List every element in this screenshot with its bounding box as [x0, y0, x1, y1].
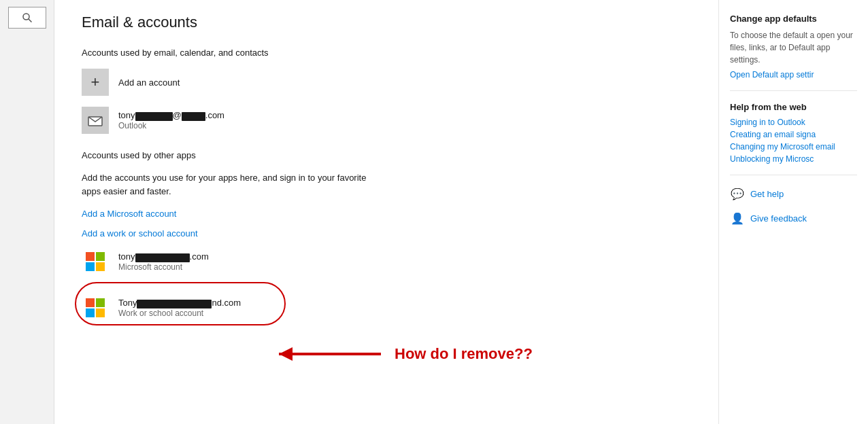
search-icon	[22, 12, 33, 23]
add-account-icon: +	[82, 69, 109, 96]
add-microsoft-account-link[interactable]: Add a Microsoft account	[82, 209, 691, 219]
open-default-app-link[interactable]: Open Default app settir	[730, 70, 857, 80]
windows-logo-icon-1	[82, 248, 109, 275]
get-help-icon: 💬	[730, 186, 745, 201]
add-account-label: Add an account	[118, 77, 180, 88]
page-title: Email & accounts	[82, 14, 691, 31]
windows-logo-icon-2	[82, 294, 109, 321]
work-account-name: Tonynd.com	[118, 298, 241, 308]
other-apps-description: Add the accounts you use for your apps h…	[82, 171, 381, 198]
right-divider-2	[730, 175, 857, 175]
other-apps-section-title: Accounts used by other apps	[82, 150, 691, 160]
give-feedback-icon: 👤	[730, 211, 745, 226]
work-account-info: Tonynd.com Work or school account	[118, 298, 241, 317]
right-panel: Change app defaults To choose the defaul…	[718, 0, 868, 424]
outlook-account-type: Outlook	[118, 121, 224, 130]
change-app-defaults-desc: To choose the default a open your files,…	[730, 29, 857, 66]
other-apps-section: Accounts used by other apps Add the acco…	[82, 150, 691, 369]
add-work-account-link[interactable]: Add a work or school account	[82, 228, 691, 238]
email-section-title: Accounts used by email, calendar, and co…	[82, 48, 691, 58]
sidebar	[0, 0, 54, 424]
help-from-web-title: Help from the web	[730, 102, 857, 112]
microsoft-account-type: Microsoft account	[118, 262, 209, 272]
outlook-account-item: tony@.com Outlook	[82, 107, 691, 134]
right-divider-1	[730, 90, 857, 91]
unblocking-microsoft-link[interactable]: Unblocking my Microsc	[730, 154, 857, 164]
annotation-area: How do I remove??	[82, 339, 691, 369]
give-feedback-item[interactable]: 👤 Give feedback	[730, 211, 857, 226]
email-section: Accounts used by email, calendar, and co…	[82, 48, 691, 134]
creating-email-link[interactable]: Creating an email signa	[730, 130, 857, 139]
svg-line-1	[29, 19, 32, 22]
work-account-container: Tonynd.com Work or school account	[82, 289, 241, 338]
svg-marker-4	[279, 347, 293, 361]
work-account-type: Work or school account	[118, 308, 241, 318]
microsoft-account-name: tony.com	[118, 251, 209, 262]
outlook-account-name: tony@.com	[118, 110, 224, 120]
changing-microsoft-email-link[interactable]: Changing my Microsoft email	[730, 142, 857, 152]
microsoft-account-info: tony.com Microsoft account	[118, 251, 209, 271]
work-account-item: Tonynd.com Work or school account	[82, 289, 241, 327]
signing-in-outlook-link[interactable]: Signing in to Outlook	[730, 118, 857, 127]
change-app-defaults-title: Change app defaults	[730, 14, 857, 24]
outlook-account-info: tony@.com Outlook	[118, 110, 224, 130]
how-to-remove-label: How do I remove??	[395, 345, 533, 363]
search-box[interactable]	[8, 7, 46, 29]
svg-point-0	[23, 14, 29, 20]
add-account-item[interactable]: + Add an account	[82, 69, 691, 96]
get-help-label: Get help	[750, 189, 784, 199]
outlook-icon	[82, 107, 109, 134]
main-content: Email & accounts Accounts used by email,…	[54, 0, 718, 424]
microsoft-account-item: tony.com Microsoft account	[82, 248, 691, 275]
get-help-item[interactable]: 💬 Get help	[730, 186, 857, 201]
arrow-icon	[265, 339, 388, 369]
give-feedback-label: Give feedback	[750, 213, 807, 224]
